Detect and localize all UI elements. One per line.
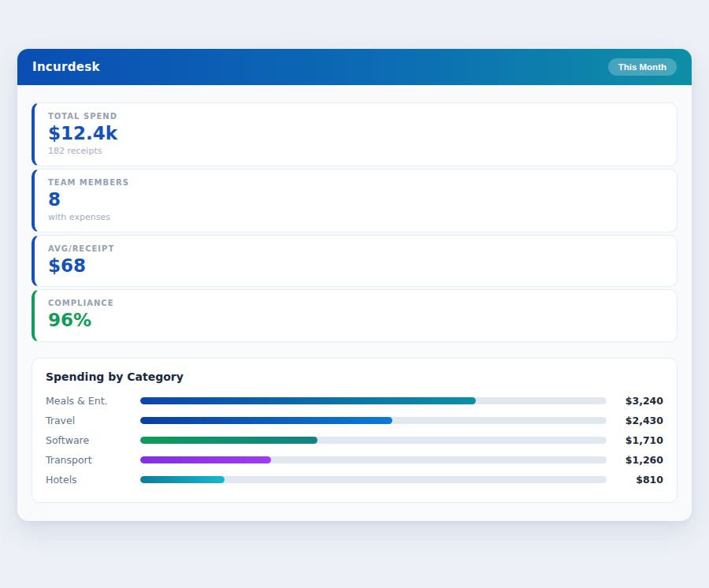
chart-row-meals: Meals & Ent. $3,240 (46, 391, 663, 411)
dashboard-panel: Incurdesk This Month TOTAL SPEND $12.4k … (17, 49, 692, 521)
stat-subtext: 182 receipts (48, 146, 663, 156)
stat-label: TOTAL SPEND (48, 112, 663, 121)
category-value: $810 (607, 474, 663, 486)
category-label: Meals & Ent. (46, 395, 140, 407)
chart-row-hotels: Hotels $810 (46, 470, 663, 489)
chart-title: Spending by Category (46, 370, 663, 383)
stat-label: AVG/RECEIPT (48, 244, 663, 253)
category-value: $1,260 (607, 454, 663, 466)
period-badge[interactable]: This Month (608, 58, 677, 76)
stat-value: $12.4k (48, 122, 663, 145)
bar-fill (140, 397, 476, 404)
app-title: Incurdesk (32, 60, 100, 74)
bar-track (140, 417, 607, 424)
category-label: Transport (46, 454, 140, 466)
stat-value: $68 (48, 255, 663, 277)
chart-row-travel: Travel $2,430 (46, 411, 663, 430)
stat-card-total-spend: TOTAL SPEND $12.4k 182 receipts (32, 102, 677, 166)
category-value: $1,710 (607, 434, 663, 446)
app-header: Incurdesk This Month (17, 49, 692, 85)
stat-card-avg-receipt: AVG/RECEIPT $68 (32, 235, 677, 288)
bar-fill (140, 476, 225, 483)
bar-track (140, 437, 607, 444)
stat-card-compliance: COMPLIANCE 96% (32, 289, 677, 342)
bar-fill (140, 456, 271, 463)
stat-card-team-members: TEAM MEMBERS 8 with expenses (32, 169, 677, 233)
bar-track (140, 476, 607, 483)
spending-chart-card: Spending by Category Meals & Ent. $3,240… (32, 358, 677, 503)
bar-track (140, 456, 607, 463)
stat-value: 8 (48, 188, 663, 211)
chart-row-transport: Transport $1,260 (46, 450, 663, 470)
category-label: Hotels (46, 474, 140, 486)
stat-label: TEAM MEMBERS (48, 178, 663, 187)
stat-cards: TOTAL SPEND $12.4k 182 receipts TEAM MEM… (17, 85, 692, 342)
category-label: Travel (46, 415, 140, 426)
bar-fill (140, 417, 392, 424)
stat-subtext: with expenses (48, 212, 663, 222)
stat-value: 96% (48, 309, 663, 332)
bar-fill (140, 437, 317, 444)
category-label: Software (46, 434, 140, 446)
chart-row-software: Software $1,710 (46, 430, 663, 450)
category-value: $3,240 (607, 395, 663, 407)
stat-label: COMPLIANCE (48, 299, 663, 307)
bar-track (140, 397, 607, 404)
category-value: $2,430 (607, 415, 663, 426)
